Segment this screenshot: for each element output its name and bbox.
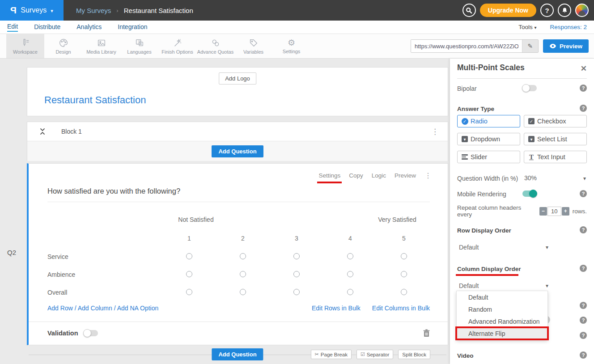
chevron-down-icon[interactable]: ▾ [583,175,586,182]
answer-type-slider[interactable]: Slider [457,151,520,163]
scale-right-label[interactable]: Very Satisfied [364,216,431,223]
answer-type-text-input[interactable]: TText Input [524,151,587,163]
tab-settings[interactable]: Settings [318,172,340,179]
add-logo-button[interactable]: Add Logo [219,72,256,85]
menu-item-default[interactable]: Default [457,291,547,303]
breadcrumb-my-surveys[interactable]: My Surveys [76,7,111,14]
answer-type-select-list[interactable]: ▾Select List [524,133,587,145]
menu-item-random[interactable]: Random [457,303,547,315]
toolbar-media-library[interactable]: Media Library [82,34,120,58]
search-button[interactable] [462,4,476,17]
separator-button[interactable]: ☑Separator [356,350,393,359]
responses-link[interactable]: Responses: 2 [550,24,587,30]
tab-edit[interactable]: Edit [7,23,18,32]
help-icon[interactable]: ? [580,332,587,339]
split-block-button[interactable]: Split Block [398,350,430,359]
radio-button[interactable] [186,289,192,295]
bipolar-toggle[interactable] [522,85,537,91]
toolbar-workspace[interactable]: Workspace [6,34,44,58]
help-icon[interactable]: ? [580,351,587,359]
question-menu-icon[interactable]: ⋮ [424,171,432,180]
add-column-link[interactable]: Add Column [78,305,112,312]
answer-type-checkbox[interactable]: ✓Checkbox [524,115,587,127]
radio-button[interactable] [186,253,192,259]
help-icon[interactable]: ? [580,226,587,233]
radio-button[interactable] [186,271,192,277]
upgrade-now-button[interactable]: Upgrade Now [480,4,536,17]
row-display-order-select[interactable]: Default ▾ [457,243,587,251]
notifications-button[interactable] [558,4,571,17]
edit-url-button[interactable]: ✎ [522,40,538,52]
radio-button[interactable] [401,271,407,277]
tab-copy[interactable]: Copy [349,172,363,179]
help-button[interactable]: ? [540,4,554,17]
tools-menu[interactable]: Tools ▾ [518,24,536,30]
tab-analytics[interactable]: Analytics [76,23,102,31]
close-icon[interactable]: ✕ [581,64,587,73]
tab-integration[interactable]: Integration [118,23,147,31]
add-row-link[interactable]: Add Row [47,305,73,312]
repeat-count-input[interactable] [547,207,561,216]
add-question-button[interactable]: Add Question [212,145,263,157]
column-header[interactable]: 1 [162,235,216,242]
menu-item-advanced-randomization[interactable]: Advanced Randomization [457,315,547,327]
radio-button[interactable] [240,253,246,259]
edit-rows-bulk-link[interactable]: Edit Rows in Bulk [312,305,361,312]
edit-columns-bulk-link[interactable]: Edit Columns in Bulk [372,305,430,312]
help-icon[interactable]: ? [580,265,587,272]
matrix-row-label[interactable]: Overall [47,289,67,296]
delete-question-button[interactable] [423,329,430,337]
increment-button[interactable]: + [562,207,569,216]
answer-type-dropdown[interactable]: ▾Dropdown [457,133,520,145]
answer-type-radio[interactable]: ✓Radio [457,115,520,127]
block-menu-icon[interactable]: ⋮ [431,127,439,136]
toolbar-advance-quotas[interactable]: Advance Quotas [196,34,234,58]
help-icon[interactable]: ? [580,317,587,324]
mobile-rendering-toggle[interactable] [522,190,537,197]
tab-logic[interactable]: Logic [372,172,386,179]
column-display-order-select[interactable]: Default ▾ [457,282,587,290]
add-question-button[interactable]: Add Question [212,348,263,360]
scale-left-label[interactable]: Not Satisfied [162,216,229,223]
radio-button[interactable] [293,289,300,295]
column-header[interactable]: 5 [377,235,431,242]
radio-button[interactable] [347,253,353,259]
toolbar-languages[interactable]: 文A Languages [120,34,158,58]
question-width-select[interactable]: 30% [524,174,537,182]
product-switcher[interactable]: P Surveys ▾ [0,0,64,21]
preview-button[interactable]: Preview [543,39,589,53]
question-text[interactable]: How satisfied are you with the following… [47,187,180,195]
radio-button[interactable] [240,271,246,277]
help-icon[interactable]: ? [580,105,587,112]
block-title[interactable]: Block 1 [61,128,82,135]
matrix-row-label[interactable]: Ambience [47,271,75,278]
toolbar-variables[interactable]: Variables [234,34,272,58]
help-icon[interactable]: ? [580,85,587,92]
survey-title[interactable]: Restaurant Satisfaction [44,94,146,106]
matrix-row-label[interactable]: Service [47,253,68,260]
tab-distribute[interactable]: Distribute [34,23,60,31]
toolbar-finish-options[interactable]: Finish Options [158,34,196,58]
radio-button[interactable] [293,253,300,259]
collapse-icon[interactable] [39,128,46,135]
user-avatar[interactable] [575,4,589,17]
help-icon[interactable]: ? [580,302,587,309]
radio-button[interactable] [401,253,407,259]
decrement-button[interactable]: − [539,207,547,216]
add-na-option-link[interactable]: Add NA Option [117,305,159,312]
survey-url-input[interactable] [411,40,522,52]
column-header[interactable]: 2 [216,235,270,242]
tab-preview[interactable]: Preview [395,172,416,179]
column-header[interactable]: 3 [270,235,323,242]
radio-button[interactable] [347,289,353,295]
radio-button[interactable] [240,289,246,295]
radio-button[interactable] [347,271,353,277]
toolbar-design[interactable]: Design [44,34,82,58]
menu-item-alternate-flip[interactable]: Alternate Flip [455,326,549,340]
toolbar-settings[interactable]: ⚙ Settings [272,34,310,58]
column-header[interactable]: 4 [323,235,377,242]
radio-button[interactable] [401,289,407,295]
page-break-button[interactable]: ✂Page Break [311,350,352,359]
radio-button[interactable] [293,271,300,277]
validation-toggle[interactable] [84,330,98,336]
